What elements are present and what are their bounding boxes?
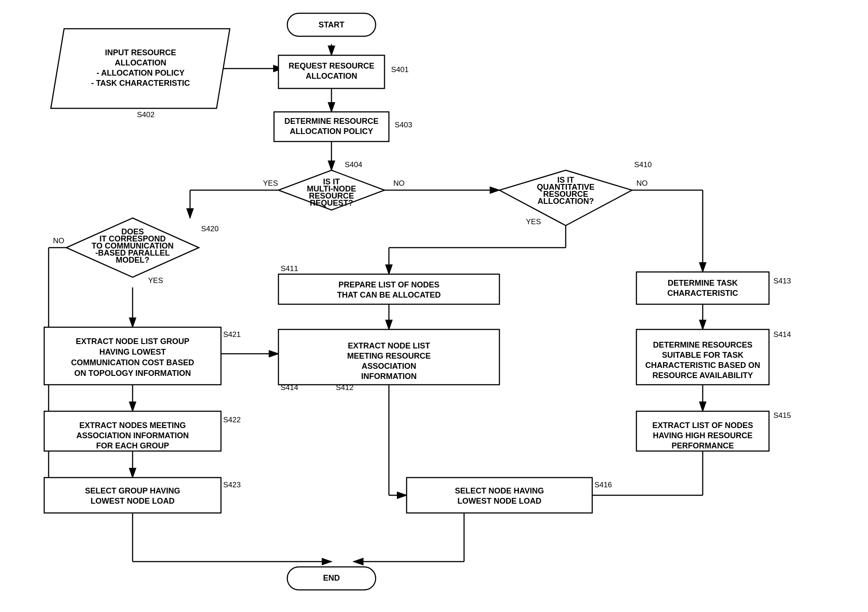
svg-text:LOWEST NODE LOAD: LOWEST NODE LOAD: [457, 497, 541, 505]
start-label: START: [319, 20, 345, 29]
s413-node: [636, 272, 769, 304]
svg-text:S416: S416: [594, 481, 612, 489]
svg-text:REQUEST RESOURCE: REQUEST RESOURCE: [289, 61, 374, 70]
svg-text:EXTRACT NODE LIST: EXTRACT NODE LIST: [348, 341, 430, 350]
svg-text:S401: S401: [391, 65, 409, 74]
svg-text:PREPARE LIST OF NODES: PREPARE LIST OF NODES: [339, 280, 440, 289]
svg-text:ASSOCIATION: ASSOCIATION: [362, 362, 416, 371]
svg-text:S414: S414: [773, 330, 791, 339]
svg-text:COMMUNICATION COST BASED: COMMUNICATION COST BASED: [71, 358, 194, 367]
svg-text:EXTRACT NODES MEETING: EXTRACT NODES MEETING: [79, 421, 186, 430]
svg-text:S403: S403: [395, 121, 412, 129]
svg-text:RESOURCE AVAILABILITY: RESOURCE AVAILABILITY: [652, 371, 753, 380]
svg-text:HAVING HIGH RESOURCE: HAVING HIGH RESOURCE: [653, 431, 753, 440]
svg-text:SELECT GROUP HAVING: SELECT GROUP HAVING: [85, 486, 180, 495]
svg-text:S404: S404: [345, 161, 362, 169]
svg-text:ALLOCATION?: ALLOCATION?: [537, 197, 594, 206]
svg-text:DETERMINE RESOURCES: DETERMINE RESOURCES: [653, 340, 752, 349]
svg-text:REQUEST?: REQUEST?: [310, 199, 353, 207]
svg-text:S402: S402: [137, 111, 155, 119]
svg-text:S423: S423: [223, 481, 241, 489]
svg-text:YES: YES: [526, 218, 541, 226]
svg-text:HAVING LOWEST: HAVING LOWEST: [99, 348, 166, 356]
svg-text:ON TOPOLOGY INFORMATION: ON TOPOLOGY INFORMATION: [74, 369, 191, 378]
svg-text:S414: S414: [281, 383, 298, 392]
svg-text:NO: NO: [393, 179, 405, 187]
svg-text:ALLOCATION: ALLOCATION: [115, 58, 167, 67]
svg-text:CHARACTERISTIC: CHARACTERISTIC: [667, 289, 738, 298]
svg-text:DETERMINE RESOURCE: DETERMINE RESOURCE: [284, 117, 378, 126]
svg-text:SUITABLE FOR TASK: SUITABLE FOR TASK: [662, 351, 743, 360]
svg-text:S411: S411: [281, 264, 298, 273]
svg-text:- TASK CHARACTERISTIC: - TASK CHARACTERISTIC: [91, 79, 190, 88]
svg-text:ALLOCATION POLICY: ALLOCATION POLICY: [290, 127, 373, 136]
svg-text:MODEL?: MODEL?: [116, 256, 149, 264]
svg-text:S413: S413: [773, 277, 791, 285]
s411-node: [278, 274, 499, 304]
svg-text:CHARACTERISTIC BASED ON: CHARACTERISTIC BASED ON: [645, 361, 760, 370]
end-label: END: [323, 574, 340, 582]
svg-text:DETERMINE TASK: DETERMINE TASK: [668, 279, 738, 287]
svg-text:ASSOCIATION INFORMATION: ASSOCIATION INFORMATION: [76, 431, 189, 440]
svg-text:- ALLOCATION POLICY: - ALLOCATION POLICY: [97, 69, 185, 77]
svg-text:SELECT NODE HAVING: SELECT NODE HAVING: [455, 486, 544, 495]
svg-text:S422: S422: [223, 416, 241, 424]
svg-text:S420: S420: [201, 225, 219, 233]
svg-text:S410: S410: [634, 161, 652, 169]
svg-text:THAT CAN BE ALLOCATED: THAT CAN BE ALLOCATED: [337, 291, 441, 299]
svg-text:FOR EACH GROUP: FOR EACH GROUP: [96, 441, 169, 450]
svg-text:S421: S421: [223, 330, 241, 339]
svg-text:NO: NO: [53, 237, 65, 245]
svg-text:ALLOCATION: ALLOCATION: [306, 72, 358, 80]
svg-text:EXTRACT LIST OF NODES: EXTRACT LIST OF NODES: [652, 421, 753, 430]
svg-text:NO: NO: [636, 179, 648, 187]
svg-text:S415: S415: [773, 411, 791, 420]
svg-text:S412: S412: [336, 383, 354, 392]
flowchart-container: START END INPUT RESOURCE ALLOCATION - AL…: [0, 0, 868, 612]
svg-text:YES: YES: [148, 276, 163, 285]
svg-text:INPUT RESOURCE: INPUT RESOURCE: [105, 48, 176, 57]
svg-text:EXTRACT NODE LIST GROUP: EXTRACT NODE LIST GROUP: [76, 337, 189, 346]
svg-text:LOWEST NODE LOAD: LOWEST NODE LOAD: [91, 497, 175, 505]
svg-text:MEETING RESOURCE: MEETING RESOURCE: [347, 352, 430, 360]
s423-node: [44, 478, 221, 513]
svg-text:PERFORMANCE: PERFORMANCE: [671, 441, 734, 450]
svg-text:YES: YES: [263, 179, 278, 187]
s416-node: [407, 478, 592, 513]
svg-text:INFORMATION: INFORMATION: [361, 372, 417, 381]
